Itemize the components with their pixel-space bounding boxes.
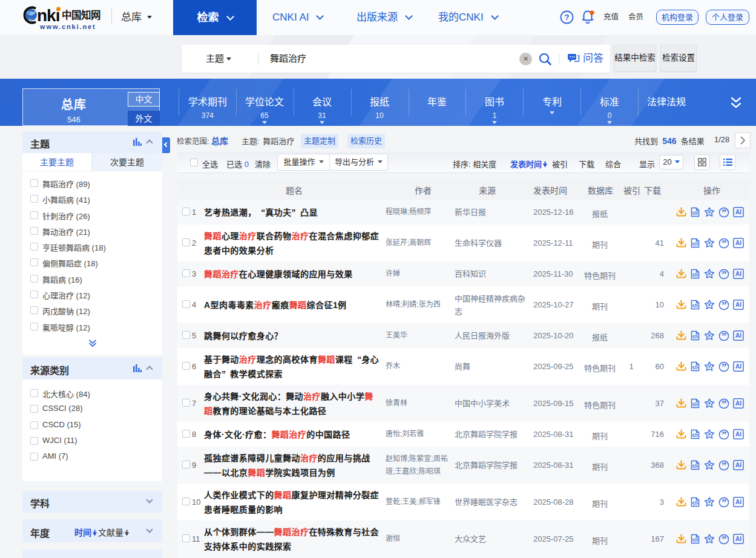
svg-text:”: ” bbox=[721, 460, 727, 471]
svg-text:”: ” bbox=[721, 398, 727, 409]
svg-text:”: ” bbox=[721, 330, 727, 341]
svg-text:AI: AI bbox=[735, 431, 741, 438]
svg-text:AI: AI bbox=[735, 363, 741, 370]
svg-text:”: ” bbox=[721, 207, 727, 218]
svg-text:”: ” bbox=[721, 361, 727, 372]
svg-text:”: ” bbox=[721, 534, 727, 545]
svg-text:中国知网: 中国知网 bbox=[62, 9, 100, 21]
svg-text:”: ” bbox=[721, 497, 727, 508]
svg-text:AI: AI bbox=[735, 271, 741, 277]
svg-text:AI: AI bbox=[735, 209, 741, 215]
svg-text:”: ” bbox=[721, 238, 727, 249]
svg-text:”: ” bbox=[721, 429, 727, 440]
svg-text:nki: nki bbox=[37, 6, 59, 25]
svg-text:AI: AI bbox=[735, 400, 741, 407]
svg-text:AI: AI bbox=[735, 301, 741, 308]
svg-text:”: ” bbox=[721, 300, 727, 310]
svg-text:AI: AI bbox=[735, 462, 741, 468]
svg-text:?: ? bbox=[565, 13, 570, 22]
svg-text:AI: AI bbox=[735, 240, 741, 246]
svg-text:”: ” bbox=[721, 269, 727, 280]
svg-text:AI: AI bbox=[735, 332, 741, 339]
svg-text:AI: AI bbox=[735, 536, 741, 542]
svg-text:AI: AI bbox=[735, 499, 741, 505]
svg-text:www.cnki.net: www.cnki.net bbox=[39, 23, 96, 30]
